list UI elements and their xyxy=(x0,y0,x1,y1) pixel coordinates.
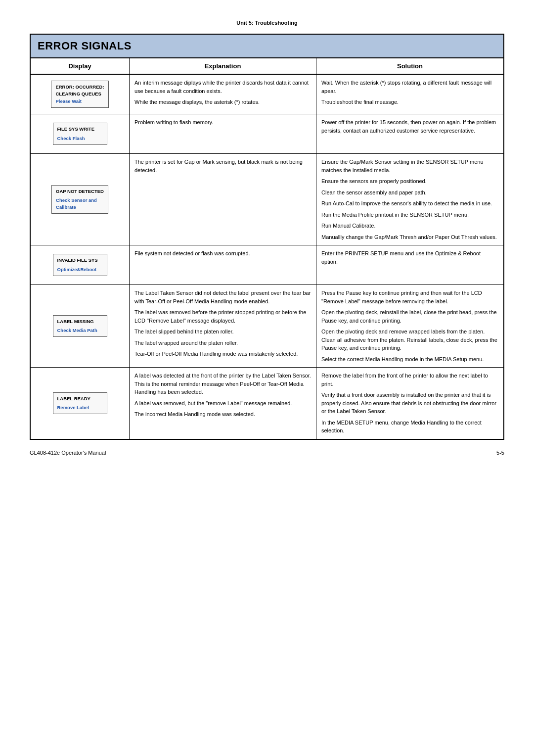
col-header-explanation: Explanation xyxy=(130,58,316,74)
solution-text-4a: Enter the PRINTER SETUP menu and use the… xyxy=(321,249,498,266)
page: Unit 5: Troubleshooting ERROR SIGNALS Di… xyxy=(0,0,534,756)
lcd-line1: FILE SYS WRITE xyxy=(57,126,103,133)
explanation-cell-1: An interim message diplays while the pri… xyxy=(130,75,316,114)
explanation-text-5e: Tear-Off or Peel-Off Media Handling mode… xyxy=(134,350,311,358)
table-row: FILE SYS WRITE Check Flash Problem writi… xyxy=(31,114,503,154)
page-footer: GL408-412e Operator's Manual 5-5 xyxy=(30,450,504,456)
display-cell-2: FILE SYS WRITE Check Flash xyxy=(31,114,130,153)
error-signals-table: ERROR SIGNALS Display Explanation Soluti… xyxy=(30,34,504,440)
solution-text-3g: Manuallly change the Gap/Mark Thresh and… xyxy=(321,233,498,241)
explanation-text-2a: Problem writing to flash memory. xyxy=(134,118,311,127)
solution-text-1b: Troubleshoot the final meassge. xyxy=(321,98,498,106)
solution-text-3a: Ensure the Gap/Mark Sensor setting in th… xyxy=(321,158,498,174)
display-cell-4: INVALID FILE SYS Optimize&Reboot xyxy=(31,245,130,284)
table-row: LABEL READY Remove Label A label was det… xyxy=(31,368,503,439)
table-row: ERROR: OCCURRED: CLEARING QUEUES Please … xyxy=(31,75,503,114)
explanation-cell-2: Problem writing to flash memory. xyxy=(130,114,316,153)
solution-text-3b: Ensure the sensors are properly position… xyxy=(321,177,498,186)
explanation-text-5d: The label wrapped around the platen roll… xyxy=(134,339,311,347)
explanation-cell-5: The Label Taken Sensor did not detect th… xyxy=(130,285,316,367)
explanation-text-5b: The label was removed before the printer… xyxy=(134,308,311,325)
display-cell-1: ERROR: OCCURRED: CLEARING QUEUES Please … xyxy=(31,75,130,114)
unit-header: Unit 5: Troubleshooting xyxy=(30,20,504,26)
solution-cell-6: Remove the label from the front of he pr… xyxy=(316,368,503,439)
explanation-text-5a: The Label Taken Sensor did not detect th… xyxy=(134,289,311,305)
explanation-cell-6: A label was detected at the front of the… xyxy=(130,368,316,439)
col-header-solution: Solution xyxy=(316,58,503,74)
solution-text-3f: Run Manual Calibrate. xyxy=(321,222,498,230)
lcd-display-4: INVALID FILE SYS Optimize&Reboot xyxy=(53,254,107,276)
solution-text-6b: Verify that a front door assembly is ins… xyxy=(321,391,498,416)
table-row: INVALID FILE SYS Optimize&Reboot File sy… xyxy=(31,245,503,285)
solution-text-6a: Remove the label from the front of he pr… xyxy=(321,372,498,388)
lcd-line1: LABEL MISSING xyxy=(57,318,103,325)
explanation-text-5c: The label slipped behind the platen roll… xyxy=(134,328,311,336)
lcd-display-5: LABEL MISSING Check Media Path xyxy=(53,315,107,337)
lcd-line2: CLEARING QUEUES xyxy=(55,91,104,97)
explanation-text-6c: The incorrect Media Handling mode was se… xyxy=(134,410,311,419)
solution-text-3c: Clean the sensor assembly and paper path… xyxy=(321,189,498,197)
column-headers: Display Explanation Solution xyxy=(31,58,503,75)
table-row: GAP NOT DETECTED Check Sensor andCalibra… xyxy=(31,154,503,245)
solution-text-5a: Press the Pause key to continue printing… xyxy=(321,289,498,305)
explanation-cell-4: File system not detected or flash was co… xyxy=(130,245,316,284)
solution-text-3d: Run Auto-Cal to improve the sensor's abi… xyxy=(321,199,498,208)
lcd-line1: INVALID FILE SYS xyxy=(57,257,103,264)
table-row: LABEL MISSING Check Media Path The Label… xyxy=(31,285,503,368)
solution-text-6c: In the MEDIA SETUP menu, change Media Ha… xyxy=(321,419,498,435)
col-header-display: Display xyxy=(31,58,130,74)
explanation-text-3a: The printer is set for Gap or Mark sensi… xyxy=(134,158,311,174)
lcd-line1: GAP NOT DETECTED xyxy=(56,188,104,195)
explanation-text-1b: While the message displays, the asterisk… xyxy=(134,98,311,106)
solution-text-5d: Select the correct Media Handling mode i… xyxy=(321,355,498,364)
lcd-display-3: GAP NOT DETECTED Check Sensor andCalibra… xyxy=(51,185,108,214)
lcd-display-2: FILE SYS WRITE Check Flash xyxy=(53,123,107,145)
solution-text-3e: Run the Media Profile printout in the SE… xyxy=(321,211,498,219)
explanation-text-6a: A label was detected at the front of the… xyxy=(134,372,311,396)
solution-text-2a: Power off the printer for 15 seconds, th… xyxy=(321,118,498,135)
solution-cell-3: Ensure the Gap/Mark Sensor setting in th… xyxy=(316,154,503,245)
lcd-line3: Check Sensor andCalibrate xyxy=(56,197,104,211)
lcd-display-1: ERROR: OCCURRED: CLEARING QUEUES Please … xyxy=(51,81,108,108)
display-cell-6: LABEL READY Remove Label xyxy=(31,368,130,439)
explanation-text-4a: File system not detected or flash was co… xyxy=(134,249,311,258)
footer-left: GL408-412e Operator's Manual xyxy=(30,450,106,456)
explanation-text-1a: An interim message diplays while the pri… xyxy=(134,79,311,95)
display-cell-5: LABEL MISSING Check Media Path xyxy=(31,285,130,367)
explanation-text-6b: A label was removed, but the "remove Lab… xyxy=(134,399,311,408)
display-cell-3: GAP NOT DETECTED Check Sensor andCalibra… xyxy=(31,154,130,245)
explanation-cell-3: The printer is set for Gap or Mark sensi… xyxy=(130,154,316,245)
lcd-line3: Remove Label xyxy=(57,404,103,411)
lcd-display-6: LABEL READY Remove Label xyxy=(53,392,107,415)
lcd-line1: LABEL READY xyxy=(57,395,103,402)
lcd-line3: Check Media Path xyxy=(57,327,103,334)
lcd-line3: Check Flash xyxy=(57,135,103,142)
footer-right: 5-5 xyxy=(496,450,504,456)
solution-text-5b: Open the pivoting deck, reinstall the la… xyxy=(321,308,498,325)
lcd-line1: ERROR: OCCURRED: xyxy=(55,84,104,91)
solution-text-5c: Open the pivoting deck and remove wrappe… xyxy=(321,328,498,352)
lcd-line3: Optimize&Reboot xyxy=(57,266,103,273)
lcd-line3: Please Wait xyxy=(55,98,104,105)
table-title: ERROR SIGNALS xyxy=(31,35,503,58)
solution-cell-1: Wait. When the asterisk (*) stops rotati… xyxy=(316,75,503,114)
solution-cell-2: Power off the printer for 15 seconds, th… xyxy=(316,114,503,153)
solution-cell-5: Press the Pause key to continue printing… xyxy=(316,285,503,367)
solution-text-1a: Wait. When the asterisk (*) stops rotati… xyxy=(321,79,498,95)
solution-cell-4: Enter the PRINTER SETUP menu and use the… xyxy=(316,245,503,284)
